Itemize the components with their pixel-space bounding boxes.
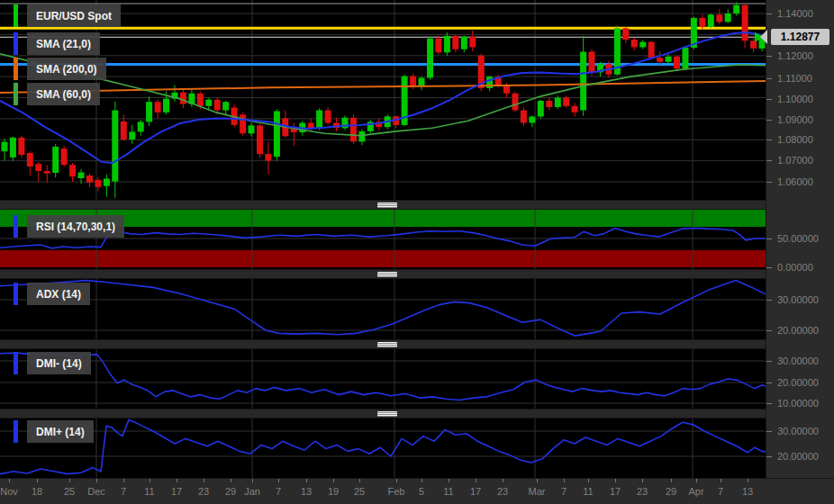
candle — [180, 93, 186, 104]
instrument-label[interactable]: EUR/USD Spot — [27, 4, 121, 27]
date-axis-label: 29 — [225, 486, 236, 497]
axis-tick — [278, 479, 279, 482]
separator-grip-icon[interactable] — [377, 342, 397, 347]
dmi-plus-label-text: DMI+ (14) — [36, 426, 85, 438]
candle — [674, 57, 680, 68]
price-axis-label: 1.12000 — [777, 50, 813, 61]
date-axis-label: 11 — [443, 486, 453, 497]
axis-tick — [37, 479, 38, 482]
rsi-label-text: RSI (14,70,30,1) — [36, 220, 115, 233]
candle — [452, 36, 458, 50]
candle — [750, 40, 757, 48]
sma60-color-bar — [14, 83, 18, 105]
candle — [580, 52, 586, 111]
axis-tick — [748, 479, 748, 482]
candle — [350, 118, 357, 142]
axis-tick — [359, 479, 360, 482]
axis-tick — [69, 479, 70, 482]
adx-label-text: ADX (14) — [36, 288, 81, 301]
date-axis-label: 7 — [561, 486, 567, 497]
sma200-label[interactable]: SMA (200,0) — [27, 58, 106, 80]
separator-grip-icon[interactable] — [377, 202, 397, 208]
candle — [112, 111, 118, 182]
axis-tick — [766, 300, 772, 301]
candle — [95, 180, 101, 187]
candle — [316, 111, 322, 129]
price-axis-label: 30.00000 — [777, 426, 819, 436]
candle — [512, 94, 519, 111]
date-axis-label: Mar — [529, 486, 546, 497]
adx-label[interactable]: ADX (14) — [27, 283, 90, 305]
date-axis[interactable]: Nov1825Dec711172329Jan7131925Feb5111723M… — [0, 478, 834, 504]
axis-tick — [306, 479, 307, 482]
panel-separator[interactable] — [0, 409, 766, 418]
price-axis-label: 20.00000 — [777, 325, 819, 336]
candle — [61, 148, 68, 165]
axis-tick — [766, 267, 772, 268]
rsi-label[interactable]: RSI (14,70,30,1) — [27, 215, 124, 238]
price-axis-label: 10.00000 — [777, 398, 819, 409]
candle — [427, 39, 433, 78]
candle — [163, 99, 169, 112]
candle — [444, 36, 450, 53]
sma21-label-text: SMA (21,0) — [36, 38, 91, 50]
trading-chart-window: EUR/USD Spot SMA (21,0) SMA (200,0) SMA … — [0, 0, 834, 504]
axis-tick — [766, 120, 772, 121]
dmi-minus-label[interactable]: DMI- (14) — [27, 352, 91, 374]
axis-tick — [588, 479, 589, 482]
axis-tick — [766, 382, 772, 383]
dmi-plus-label[interactable]: DMI+ (14) — [27, 420, 94, 443]
axis-tick — [177, 479, 177, 482]
date-axis-label: 23 — [637, 486, 648, 497]
axis-tick — [766, 78, 772, 79]
dmi_minus-panel — [0, 349, 766, 409]
candle — [622, 28, 629, 40]
panel-separator[interactable] — [0, 339, 766, 349]
separator-grip-icon[interactable] — [377, 272, 397, 277]
date-axis-label: 18 — [32, 486, 42, 497]
date-axis-label: 13 — [742, 486, 753, 497]
candle — [546, 101, 552, 107]
current-price-arrow-icon — [760, 30, 767, 44]
date-axis-label: Apr — [688, 486, 703, 497]
candle — [18, 138, 24, 155]
candle — [69, 165, 76, 176]
candle — [265, 154, 271, 161]
sma60-label[interactable]: SMA (60,0) — [27, 83, 100, 105]
instrument-color-bar — [14, 4, 18, 27]
candle — [27, 153, 33, 166]
candle — [358, 131, 365, 142]
candle — [2, 142, 8, 152]
candle — [410, 76, 416, 87]
chart-canvas[interactable] — [0, 0, 766, 478]
date-axis-label: 23 — [198, 486, 209, 497]
price-axis[interactable]: 1.12877 1.140001.120001.110001.100001.09… — [766, 0, 834, 504]
candle — [155, 102, 161, 112]
date-axis-label: 7 — [718, 486, 723, 497]
axis-tick — [564, 479, 565, 482]
candle — [529, 117, 535, 123]
candle — [138, 122, 144, 131]
candle — [308, 123, 314, 129]
candle — [716, 14, 722, 22]
axis-tick — [123, 479, 124, 482]
price-axis-label: 1.06000 — [777, 176, 813, 187]
candle — [86, 176, 93, 183]
current-price-badge: 1.12877 — [771, 29, 829, 45]
price-axis-label: 1.10000 — [777, 94, 813, 104]
panel-separator[interactable] — [0, 269, 766, 279]
candle — [555, 98, 561, 108]
date-axis-label: 17 — [610, 486, 621, 497]
candle — [44, 171, 50, 174]
date-axis-label: 7 — [276, 486, 281, 497]
axis-tick — [231, 479, 231, 482]
candle — [461, 37, 467, 50]
candle — [708, 14, 714, 27]
candle — [222, 102, 229, 110]
panel-separator[interactable] — [0, 200, 766, 210]
sma21-label[interactable]: SMA (21,0) — [27, 32, 100, 55]
candle — [104, 179, 110, 186]
candle — [683, 48, 689, 68]
sma21-color-bar — [14, 32, 18, 55]
separator-grip-icon[interactable] — [377, 411, 397, 417]
